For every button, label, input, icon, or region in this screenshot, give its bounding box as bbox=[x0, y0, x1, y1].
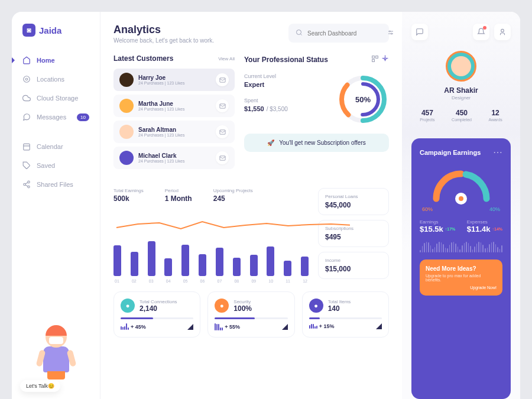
metric-card[interactable]: ●Total Items140+ 15% bbox=[302, 291, 389, 338]
svg-line-10 bbox=[300, 34, 301, 35]
mail-icon[interactable] bbox=[216, 125, 229, 138]
logo[interactable]: ◙ Jaida bbox=[12, 24, 100, 37]
nav-locations[interactable]: Locations bbox=[12, 70, 100, 89]
page-subtitle: Welcome back, Let's get back to work. bbox=[113, 37, 214, 44]
page-title: Analytics bbox=[113, 24, 214, 36]
chart-stat-label: Upcoming Projects bbox=[213, 188, 253, 193]
metric-label: Total Connections bbox=[140, 299, 177, 304]
customer-row[interactable]: Sarah Altman24 Purchases | 123 Likes bbox=[113, 121, 235, 143]
metric-value: 100% bbox=[233, 304, 252, 313]
chart-stat-value: 1 Month bbox=[165, 194, 192, 203]
profile-role: Designer bbox=[411, 95, 511, 100]
chart-stat-label: Period bbox=[165, 188, 192, 193]
mail-icon[interactable] bbox=[216, 99, 229, 112]
profile-card: AR Shakir Designer 457Projects450Complet… bbox=[411, 51, 511, 122]
earnings-chart bbox=[113, 211, 309, 276]
spent-value: $1,550 bbox=[244, 105, 264, 112]
more-icon[interactable]: ⋯ bbox=[493, 147, 502, 158]
message-icon bbox=[22, 113, 31, 121]
cloud-icon bbox=[22, 94, 31, 102]
svg-point-4 bbox=[28, 181, 30, 183]
promo-title: Need More Ideas? bbox=[426, 265, 497, 272]
expenses-change: ↑14% bbox=[492, 227, 502, 231]
svg-point-1 bbox=[25, 78, 28, 80]
search-input[interactable] bbox=[307, 30, 382, 37]
avatar[interactable] bbox=[446, 51, 476, 82]
search-icon bbox=[296, 28, 303, 38]
nav-cloud[interactable]: Cloud Storage bbox=[12, 89, 100, 108]
bell-icon[interactable] bbox=[473, 24, 489, 40]
nav-shared[interactable]: Shared Files bbox=[12, 175, 100, 194]
side-stat-label: Income bbox=[325, 258, 382, 263]
customer-name: Sarah Altman bbox=[138, 126, 211, 133]
metric-icon: ● bbox=[121, 299, 135, 313]
wave-chart bbox=[420, 241, 502, 252]
donut-pct: 50% bbox=[355, 95, 371, 104]
customer-avatar bbox=[119, 151, 134, 165]
promo-card[interactable]: Need More Ideas? Upgrade to pro max for … bbox=[420, 259, 502, 296]
earnings-value: $15.5k bbox=[420, 225, 443, 233]
svg-rect-19 bbox=[372, 56, 375, 59]
filter-icon[interactable] bbox=[387, 28, 394, 38]
gauge-right-pct: 40% bbox=[489, 206, 500, 212]
nav-label: Cloud Storage bbox=[37, 95, 78, 102]
mail-icon[interactable] bbox=[216, 151, 229, 164]
settings-icon[interactable] bbox=[381, 54, 389, 65]
metric-icon: ● bbox=[215, 299, 229, 313]
calendar-icon bbox=[22, 142, 31, 151]
chat-icon[interactable] bbox=[411, 24, 428, 40]
svg-rect-20 bbox=[376, 56, 378, 59]
customer-avatar bbox=[119, 125, 134, 139]
nav-label: Home bbox=[37, 57, 55, 64]
nav-calendar[interactable]: Calendar bbox=[12, 137, 100, 156]
metric-card[interactable]: ●Security100%+ 55% bbox=[207, 291, 294, 338]
nav-label: Saved bbox=[37, 162, 55, 169]
nav-messages[interactable]: Messages 10 bbox=[12, 108, 100, 126]
share-icon bbox=[22, 180, 31, 189]
profile-stat-label: Awards bbox=[488, 118, 502, 122]
customer-avatar bbox=[119, 99, 134, 113]
side-stat-value: $495 bbox=[325, 233, 382, 241]
customer-meta: 24 Purchases | 123 Likes bbox=[138, 159, 211, 163]
earnings-label: Earnings bbox=[420, 219, 455, 225]
brand-name: Jaida bbox=[39, 25, 61, 35]
svg-line-7 bbox=[25, 185, 28, 186]
svg-point-29 bbox=[459, 196, 463, 201]
metric-pct: + 15% bbox=[309, 323, 335, 329]
view-all-link[interactable]: View All bbox=[218, 56, 235, 61]
user-icon[interactable] bbox=[494, 24, 511, 40]
customer-row[interactable]: Michael Clark24 Purchases | 123 Likes bbox=[113, 147, 235, 169]
home-icon bbox=[22, 56, 31, 64]
side-stat-value: $15,000 bbox=[325, 265, 382, 273]
metric-value: 2,140 bbox=[140, 304, 177, 313]
status-title: Your Professional Status bbox=[244, 56, 328, 64]
side-stat-value: $45,000 bbox=[325, 201, 382, 209]
search-box[interactable] bbox=[288, 24, 389, 43]
talk-bubble[interactable]: Let's Talk😊 bbox=[20, 380, 60, 392]
campaign-title: Campaign Earnings bbox=[420, 149, 481, 156]
mascot: Let's Talk😊 bbox=[12, 326, 100, 399]
customer-name: Harry Joe bbox=[138, 74, 211, 81]
promo-link[interactable]: Upgrade Now! bbox=[426, 286, 497, 290]
chart-stat-value: 500k bbox=[113, 194, 144, 203]
campaign-card: Campaign Earnings ⋯ 60% 40% Earnings $15… bbox=[411, 138, 511, 399]
side-stat-card[interactable]: Income$15,000 bbox=[318, 252, 389, 279]
customer-name: Michael Clark bbox=[138, 153, 211, 159]
promo-text: Upgrade to pro max for added benefits. bbox=[426, 274, 497, 282]
sidebar: ◙ Jaida Home Locations Cloud Storage M bbox=[12, 12, 100, 399]
messages-badge: 10 bbox=[77, 113, 89, 121]
mail-icon[interactable] bbox=[216, 73, 229, 86]
nav-label: Calendar bbox=[37, 143, 63, 150]
gauge-left-pct: 60% bbox=[422, 206, 433, 212]
nav-saved[interactable]: Saved bbox=[12, 156, 100, 175]
metric-pct: + 55% bbox=[215, 323, 240, 330]
subscription-notice[interactable]: 🚀 You'll get new Subscription offers bbox=[244, 134, 389, 152]
customer-row[interactable]: Harry Joe24 Purchases | 123 Likes bbox=[113, 69, 235, 91]
customer-row[interactable]: Martha June24 Purchases | 123 Likes bbox=[113, 95, 235, 117]
campaign-gauge bbox=[430, 166, 492, 202]
nav-home[interactable]: Home bbox=[12, 51, 100, 70]
customer-meta: 24 Purchases | 123 Likes bbox=[138, 81, 211, 85]
grid-icon[interactable] bbox=[371, 54, 379, 65]
metric-card[interactable]: ●Total Connections2,140+ 45% bbox=[113, 291, 200, 338]
profile-stat-value: 450 bbox=[452, 109, 472, 117]
